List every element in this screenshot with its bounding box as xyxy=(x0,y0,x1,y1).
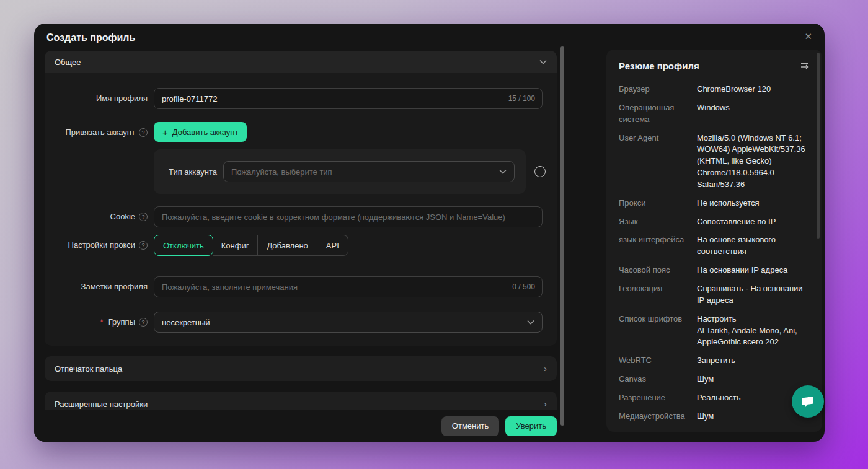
plus-icon: + xyxy=(162,127,168,138)
summary-title: Резюме профиля xyxy=(619,61,699,71)
chevron-down-icon xyxy=(527,320,534,325)
chat-bubble-button[interactable] xyxy=(792,385,824,418)
proxy-settings-label: Настройки прокси ? xyxy=(45,235,148,250)
close-icon[interactable]: ✕ xyxy=(804,32,812,41)
summary-row-label: Canvas xyxy=(619,374,692,385)
chevron-right-icon: › xyxy=(544,364,547,374)
help-icon[interactable]: ? xyxy=(139,213,148,221)
chevron-down-icon xyxy=(499,169,507,174)
summary-row-label: WebGL xyxy=(619,429,692,432)
summary-row-label: Язык xyxy=(619,216,692,228)
help-icon[interactable]: ? xyxy=(139,128,148,137)
summary-row-value: НастроитьAl Tarikh, Andale Mono, Ani, Ap… xyxy=(697,313,811,349)
confirm-button[interactable]: Уверить xyxy=(505,416,557,436)
summary-row-value: Mozilla/5.0 (Windows NT 6.1; WOW64) Appl… xyxy=(697,133,811,191)
groups-label: * Группы ? xyxy=(45,312,148,327)
summary-row-value: Спрашивать - На основании IP адреса xyxy=(697,283,811,307)
summary-grid: Браузер ChromeBrowser 120 Операционная с… xyxy=(606,81,822,432)
help-icon[interactable]: ? xyxy=(139,241,148,250)
summary-row-value: На основании IP адреса xyxy=(697,265,811,276)
accordion-fingerprint-label: Отпечаток пальца xyxy=(55,364,122,374)
cookie-input[interactable] xyxy=(154,206,542,227)
summary-row-value: Windows xyxy=(697,102,811,126)
page-title: Создать профиль xyxy=(46,32,135,43)
summary-row-value-line2: Al Tarikh, Andale Mono, Ani, AppleGothic… xyxy=(697,325,811,349)
account-type-label: Тип аккаунта xyxy=(154,167,217,177)
notes-label: Заметки профиля xyxy=(45,276,148,291)
summary-row-value: Шум xyxy=(697,429,811,432)
summary-row-value: Сопоставление по IP xyxy=(697,216,811,228)
profile-summary-panel: Резюме профиля Браузер ChromeBrowser 120… xyxy=(606,50,822,432)
groups-select[interactable]: несекретный xyxy=(154,312,542,333)
chat-bubble-icon xyxy=(800,394,816,409)
remove-account-button[interactable]: − xyxy=(534,166,546,177)
accordion-fingerprint[interactable]: Отпечаток пальца › xyxy=(45,356,557,381)
summary-row-value: Шум xyxy=(697,411,811,423)
summary-row-label: Геолокация xyxy=(619,283,692,307)
account-type-select[interactable]: Пожалуйста, выберите тип xyxy=(223,161,515,182)
summary-row-value: Запретить xyxy=(697,355,811,367)
section-general: Общее Имя профиля 15 / 100 Привязать акк… xyxy=(45,51,557,346)
add-account-button[interactable]: +Добавить аккаунт xyxy=(154,122,247,142)
accordion-general-label: Общее xyxy=(55,58,81,67)
profile-name-input[interactable] xyxy=(154,88,542,109)
notes-input[interactable] xyxy=(154,276,542,297)
account-entry-panel: Тип аккаунта Пожалуйста, выберите тип xyxy=(154,149,526,194)
accordion-advanced-label: Расширенные настройки xyxy=(55,400,148,409)
proxy-mode-segmented: Отключить Конфиг Добавлено API xyxy=(154,235,348,256)
summary-row-label: Браузер xyxy=(619,84,692,95)
summary-row-label: User Agent xyxy=(619,133,692,191)
chevron-down-icon xyxy=(539,59,547,64)
proxy-tab-added[interactable]: Добавлено xyxy=(258,235,317,256)
cancel-button[interactable]: Отменить xyxy=(441,416,499,436)
summary-row-value: Шум xyxy=(697,374,811,385)
form-scrollbar[interactable] xyxy=(560,46,564,426)
summary-row-label: Операционная система xyxy=(619,102,692,126)
proxy-tab-disable[interactable]: Отключить xyxy=(154,235,213,256)
link-account-label: Привязать аккаунт ? xyxy=(45,122,148,137)
modal-footer: Отменить Уверить xyxy=(34,410,567,442)
profile-name-label: Имя профиля xyxy=(45,88,148,103)
proxy-tab-api[interactable]: API xyxy=(317,235,348,256)
chevron-right-icon: › xyxy=(544,399,547,409)
help-icon[interactable]: ? xyxy=(139,318,148,327)
summary-row-label: Медиаустройства xyxy=(619,411,692,423)
summary-row-label: Разрешение xyxy=(619,392,692,404)
create-profile-modal: Создать профиль ✕ Общее Имя профиля 15 /… xyxy=(34,24,825,442)
cookie-label: Cookie ? xyxy=(45,206,148,221)
required-asterisk: * xyxy=(100,317,104,327)
proxy-tab-config[interactable]: Конфиг xyxy=(213,235,259,256)
summary-row-label: язык интерфейса xyxy=(619,234,692,258)
summary-row-label: WebRTC xyxy=(619,355,692,367)
summary-row-value: На основе языкового соответствия xyxy=(697,234,811,258)
summary-row-label: Прокси xyxy=(619,198,692,209)
summary-row-value: Не используется xyxy=(697,198,811,209)
summary-row-label: Список шрифтов xyxy=(619,313,692,349)
minus-icon: − xyxy=(538,168,542,176)
summary-scrollbar[interactable] xyxy=(817,53,820,239)
summary-row-value: ChromeBrowser 120 xyxy=(697,84,811,95)
summary-row-label: Часовой пояс xyxy=(619,265,692,276)
accordion-general-header[interactable]: Общее xyxy=(45,51,557,73)
collapse-panel-icon[interactable] xyxy=(800,62,810,71)
